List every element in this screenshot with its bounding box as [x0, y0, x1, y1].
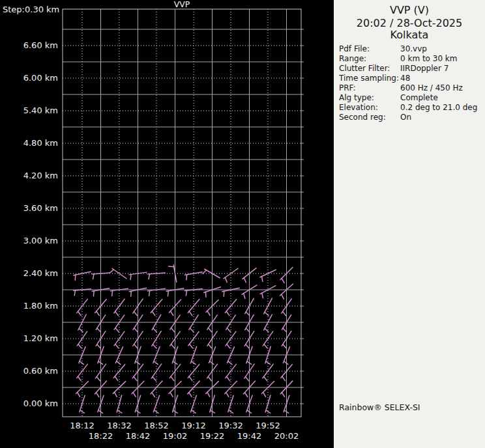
wind-barb-feather: [190, 328, 193, 332]
wind-barb-staff: [92, 273, 110, 274]
wind-barb-feather: [153, 377, 156, 381]
wind-barb-feather: [96, 311, 100, 316]
wind-barb-feather: [282, 312, 286, 316]
wind-barb-feather: [284, 361, 288, 365]
wind-barb-feather: [265, 312, 269, 315]
wind-barb-feather: [264, 344, 267, 348]
wind-barb-feather: [208, 328, 211, 332]
wind-barb-feather: [245, 377, 248, 381]
parameter-label: Clutter Filter:: [339, 64, 400, 74]
wind-barb-feather: [228, 361, 232, 365]
wind-barb-feather: [110, 270, 113, 273]
x-tick-label: 19:42: [237, 431, 261, 441]
x-tick-label: 18:32: [107, 421, 131, 430]
wind-barb-feather: [170, 311, 173, 316]
wind-barb-feather: [170, 392, 173, 397]
parameter-label: Elevation:: [339, 103, 400, 113]
parameter-row: Elevation:0.2 deg to 21.0 deg: [339, 103, 485, 113]
wind-barb-staff: [260, 270, 276, 277]
wind-barb-feather: [168, 291, 168, 296]
wind-barb-feather: [227, 344, 230, 348]
wind-barb-feather: [79, 328, 83, 331]
parameter-label: Second reg:: [339, 113, 400, 122]
wind-barb-feather: [153, 344, 156, 348]
wind-barb-feather: [78, 376, 81, 380]
wind-barb-feather: [282, 278, 284, 283]
wind-barb-feather: [130, 274, 131, 279]
wind-barb-feather: [114, 392, 117, 397]
wind-barb-feather: [282, 294, 284, 299]
product-title: VVP (V): [334, 4, 485, 17]
parameter-label: Time sampling:: [339, 74, 400, 83]
wind-barb-feather: [211, 410, 215, 413]
wind-barb-staff: [148, 273, 166, 274]
vvp-product-window: VVP Step: 0.30 km 6.60 km6.00 km5.40 km4…: [0, 0, 485, 448]
wind-barb-feather: [186, 290, 186, 296]
wind-barb-feather: [134, 376, 137, 380]
parameter-value: 30.vvp: [400, 44, 427, 54]
parameter-label: Pdf File:: [339, 44, 400, 54]
x-tick-label: 20:02: [274, 431, 299, 441]
software-brand: Rainbow® SELEX-SI: [339, 402, 420, 412]
wind-barb-feather: [226, 393, 229, 397]
wind-barb-feather: [171, 328, 174, 332]
wind-barb-feather: [93, 291, 94, 296]
wind-barb-feather: [134, 344, 138, 348]
wind-barb-feather: [115, 328, 119, 332]
wind-barb-staff: [152, 331, 161, 346]
x-tick-label: 19:32: [218, 421, 242, 430]
wind-barb-feather: [227, 328, 230, 332]
product-datetime: 20:02 / 28-Oct-2025: [334, 17, 485, 29]
parameter-value: On: [400, 113, 411, 122]
wind-barb-feather: [189, 393, 192, 397]
wind-barb-feather: [226, 311, 229, 316]
site-name: Kolkata: [334, 29, 485, 41]
wind-barb-feather: [171, 376, 174, 380]
wind-barb-feather: [207, 392, 210, 397]
wind-barb-feather: [134, 312, 137, 316]
wind-barb-feather: [189, 311, 192, 316]
wind-barb-feather: [169, 266, 174, 267]
x-tick-label: 19:02: [163, 431, 187, 441]
parameter-value: IIRDoppler 7: [400, 64, 448, 74]
wind-barb-feather: [263, 392, 266, 397]
wind-barb-feather: [74, 290, 75, 296]
wind-barb-feather: [152, 393, 154, 397]
parameter-row: Time sampling:48: [339, 74, 485, 83]
wind-barb-feather: [115, 344, 119, 348]
wind-barb-feather: [171, 344, 174, 348]
wind-barb-feather: [262, 293, 263, 298]
wind-barb-feather: [246, 344, 249, 348]
wind-barb-feather: [208, 376, 211, 380]
wind-barb-feather: [80, 361, 83, 365]
wind-barb-feather: [227, 376, 230, 380]
x-tick-label: 18:22: [89, 431, 113, 441]
wind-barb-feather: [133, 393, 136, 397]
wind-barb-feather: [78, 392, 80, 397]
wind-barb-feather: [97, 328, 100, 332]
wind-barb-staff: [188, 331, 199, 346]
wind-barb-feather: [154, 361, 158, 365]
parameter-row: PRF:600 Hz / 450 Hz: [339, 83, 485, 93]
wind-barb-feather: [244, 393, 247, 397]
wind-barb-feather: [210, 361, 214, 365]
wind-barb-feather: [152, 311, 155, 316]
wind-barb-feather: [283, 328, 286, 332]
info-panel: VVP (V) 20:02 / 28-Oct-2025 Kolkata Pdf …: [334, 0, 485, 448]
x-tick-label: 19:52: [256, 421, 280, 430]
wind-barb-feather: [149, 274, 150, 279]
x-tick-label: 19:12: [181, 421, 205, 430]
wind-barb-feather: [93, 274, 94, 279]
parameter-value: Complete: [400, 93, 438, 103]
wind-barb-feather: [282, 393, 284, 397]
parameter-value: 600 Hz / 450 Hz: [400, 83, 463, 93]
wind-barb-feather: [225, 277, 227, 283]
parameter-row: Second reg:On: [339, 113, 485, 122]
wind-barb-feather: [112, 290, 113, 296]
wind-barb-feather: [283, 344, 286, 348]
wind-barb-feather: [117, 410, 122, 413]
product-parameter-list: Pdf File:30.vvpRange:0 km to 30 kmClutte…: [334, 44, 485, 122]
wind-barb-feather: [78, 311, 81, 315]
wind-barb-feather: [264, 376, 267, 380]
wind-barb-feather: [96, 376, 100, 380]
